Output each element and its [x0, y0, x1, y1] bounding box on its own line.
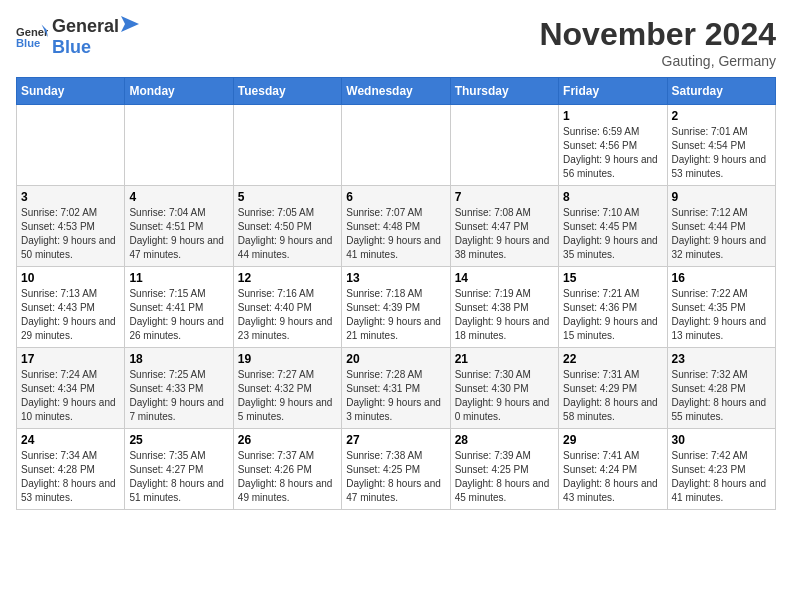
day-info: Sunrise: 7:16 AM Sunset: 4:40 PM Dayligh…: [238, 287, 337, 343]
day-info: Sunrise: 7:30 AM Sunset: 4:30 PM Dayligh…: [455, 368, 554, 424]
day-number: 30: [672, 433, 771, 447]
header-cell-friday: Friday: [559, 78, 667, 105]
day-cell: 11Sunrise: 7:15 AM Sunset: 4:41 PM Dayli…: [125, 267, 233, 348]
day-cell: 15Sunrise: 7:21 AM Sunset: 4:36 PM Dayli…: [559, 267, 667, 348]
day-number: 8: [563, 190, 662, 204]
day-number: 20: [346, 352, 445, 366]
day-number: 2: [672, 109, 771, 123]
day-info: Sunrise: 7:25 AM Sunset: 4:33 PM Dayligh…: [129, 368, 228, 424]
day-number: 19: [238, 352, 337, 366]
day-number: 12: [238, 271, 337, 285]
day-info: Sunrise: 7:32 AM Sunset: 4:28 PM Dayligh…: [672, 368, 771, 424]
logo: General Blue General Blue: [16, 16, 139, 58]
title-area: November 2024 Gauting, Germany: [539, 16, 776, 69]
week-row-3: 10Sunrise: 7:13 AM Sunset: 4:43 PM Dayli…: [17, 267, 776, 348]
day-info: Sunrise: 7:12 AM Sunset: 4:44 PM Dayligh…: [672, 206, 771, 262]
day-number: 22: [563, 352, 662, 366]
day-cell: 1Sunrise: 6:59 AM Sunset: 4:56 PM Daylig…: [559, 105, 667, 186]
day-info: Sunrise: 7:39 AM Sunset: 4:25 PM Dayligh…: [455, 449, 554, 505]
day-info: Sunrise: 7:24 AM Sunset: 4:34 PM Dayligh…: [21, 368, 120, 424]
day-number: 17: [21, 352, 120, 366]
week-row-5: 24Sunrise: 7:34 AM Sunset: 4:28 PM Dayli…: [17, 429, 776, 510]
week-row-2: 3Sunrise: 7:02 AM Sunset: 4:53 PM Daylig…: [17, 186, 776, 267]
day-info: Sunrise: 7:38 AM Sunset: 4:25 PM Dayligh…: [346, 449, 445, 505]
day-cell: 2Sunrise: 7:01 AM Sunset: 4:54 PM Daylig…: [667, 105, 775, 186]
day-number: 3: [21, 190, 120, 204]
day-number: 23: [672, 352, 771, 366]
day-number: 1: [563, 109, 662, 123]
month-title: November 2024: [539, 16, 776, 53]
day-info: Sunrise: 7:42 AM Sunset: 4:23 PM Dayligh…: [672, 449, 771, 505]
location-title: Gauting, Germany: [539, 53, 776, 69]
day-info: Sunrise: 7:35 AM Sunset: 4:27 PM Dayligh…: [129, 449, 228, 505]
day-cell: 12Sunrise: 7:16 AM Sunset: 4:40 PM Dayli…: [233, 267, 341, 348]
day-cell: 19Sunrise: 7:27 AM Sunset: 4:32 PM Dayli…: [233, 348, 341, 429]
day-info: Sunrise: 6:59 AM Sunset: 4:56 PM Dayligh…: [563, 125, 662, 181]
day-info: Sunrise: 7:05 AM Sunset: 4:50 PM Dayligh…: [238, 206, 337, 262]
day-cell: 9Sunrise: 7:12 AM Sunset: 4:44 PM Daylig…: [667, 186, 775, 267]
day-cell: [342, 105, 450, 186]
header-cell-thursday: Thursday: [450, 78, 558, 105]
day-info: Sunrise: 7:27 AM Sunset: 4:32 PM Dayligh…: [238, 368, 337, 424]
logo-icon: General Blue: [16, 23, 48, 51]
day-cell: 22Sunrise: 7:31 AM Sunset: 4:29 PM Dayli…: [559, 348, 667, 429]
day-info: Sunrise: 7:28 AM Sunset: 4:31 PM Dayligh…: [346, 368, 445, 424]
day-number: 6: [346, 190, 445, 204]
day-info: Sunrise: 7:08 AM Sunset: 4:47 PM Dayligh…: [455, 206, 554, 262]
svg-text:Blue: Blue: [16, 37, 40, 49]
day-number: 10: [21, 271, 120, 285]
day-number: 4: [129, 190, 228, 204]
day-info: Sunrise: 7:07 AM Sunset: 4:48 PM Dayligh…: [346, 206, 445, 262]
day-info: Sunrise: 7:22 AM Sunset: 4:35 PM Dayligh…: [672, 287, 771, 343]
day-info: Sunrise: 7:19 AM Sunset: 4:38 PM Dayligh…: [455, 287, 554, 343]
day-info: Sunrise: 7:18 AM Sunset: 4:39 PM Dayligh…: [346, 287, 445, 343]
day-cell: 23Sunrise: 7:32 AM Sunset: 4:28 PM Dayli…: [667, 348, 775, 429]
day-cell: 29Sunrise: 7:41 AM Sunset: 4:24 PM Dayli…: [559, 429, 667, 510]
header: General Blue General Blue November 2024 …: [16, 16, 776, 69]
day-info: Sunrise: 7:34 AM Sunset: 4:28 PM Dayligh…: [21, 449, 120, 505]
header-cell-sunday: Sunday: [17, 78, 125, 105]
day-number: 29: [563, 433, 662, 447]
logo-text-blue: Blue: [52, 37, 139, 58]
day-number: 5: [238, 190, 337, 204]
day-number: 27: [346, 433, 445, 447]
svg-marker-3: [121, 16, 139, 32]
day-number: 11: [129, 271, 228, 285]
day-cell: 18Sunrise: 7:25 AM Sunset: 4:33 PM Dayli…: [125, 348, 233, 429]
day-cell: 14Sunrise: 7:19 AM Sunset: 4:38 PM Dayli…: [450, 267, 558, 348]
day-info: Sunrise: 7:15 AM Sunset: 4:41 PM Dayligh…: [129, 287, 228, 343]
day-number: 21: [455, 352, 554, 366]
day-number: 18: [129, 352, 228, 366]
day-cell: 7Sunrise: 7:08 AM Sunset: 4:47 PM Daylig…: [450, 186, 558, 267]
day-cell: 30Sunrise: 7:42 AM Sunset: 4:23 PM Dayli…: [667, 429, 775, 510]
day-number: 16: [672, 271, 771, 285]
day-number: 26: [238, 433, 337, 447]
header-cell-saturday: Saturday: [667, 78, 775, 105]
day-number: 13: [346, 271, 445, 285]
day-cell: 13Sunrise: 7:18 AM Sunset: 4:39 PM Dayli…: [342, 267, 450, 348]
header-cell-monday: Monday: [125, 78, 233, 105]
logo-arrow-icon: [121, 16, 139, 32]
day-cell: 16Sunrise: 7:22 AM Sunset: 4:35 PM Dayli…: [667, 267, 775, 348]
day-number: 28: [455, 433, 554, 447]
day-info: Sunrise: 7:02 AM Sunset: 4:53 PM Dayligh…: [21, 206, 120, 262]
week-row-1: 1Sunrise: 6:59 AM Sunset: 4:56 PM Daylig…: [17, 105, 776, 186]
day-cell: 17Sunrise: 7:24 AM Sunset: 4:34 PM Dayli…: [17, 348, 125, 429]
day-cell: 8Sunrise: 7:10 AM Sunset: 4:45 PM Daylig…: [559, 186, 667, 267]
day-number: 15: [563, 271, 662, 285]
day-info: Sunrise: 7:10 AM Sunset: 4:45 PM Dayligh…: [563, 206, 662, 262]
day-cell: 10Sunrise: 7:13 AM Sunset: 4:43 PM Dayli…: [17, 267, 125, 348]
day-cell: [125, 105, 233, 186]
day-info: Sunrise: 7:21 AM Sunset: 4:36 PM Dayligh…: [563, 287, 662, 343]
calendar-table: SundayMondayTuesdayWednesdayThursdayFrid…: [16, 77, 776, 510]
calendar-header: SundayMondayTuesdayWednesdayThursdayFrid…: [17, 78, 776, 105]
day-number: 24: [21, 433, 120, 447]
header-cell-tuesday: Tuesday: [233, 78, 341, 105]
day-info: Sunrise: 7:31 AM Sunset: 4:29 PM Dayligh…: [563, 368, 662, 424]
calendar-body: 1Sunrise: 6:59 AM Sunset: 4:56 PM Daylig…: [17, 105, 776, 510]
day-cell: 3Sunrise: 7:02 AM Sunset: 4:53 PM Daylig…: [17, 186, 125, 267]
day-cell: 26Sunrise: 7:37 AM Sunset: 4:26 PM Dayli…: [233, 429, 341, 510]
day-cell: [450, 105, 558, 186]
day-cell: 20Sunrise: 7:28 AM Sunset: 4:31 PM Dayli…: [342, 348, 450, 429]
day-info: Sunrise: 7:41 AM Sunset: 4:24 PM Dayligh…: [563, 449, 662, 505]
